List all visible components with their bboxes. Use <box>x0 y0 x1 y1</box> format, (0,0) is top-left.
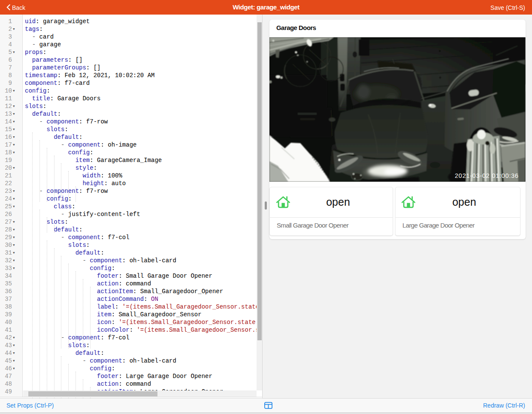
svg-text:2021-03-02 01:00:36: 2021-03-02 01:00:36 <box>455 172 519 179</box>
